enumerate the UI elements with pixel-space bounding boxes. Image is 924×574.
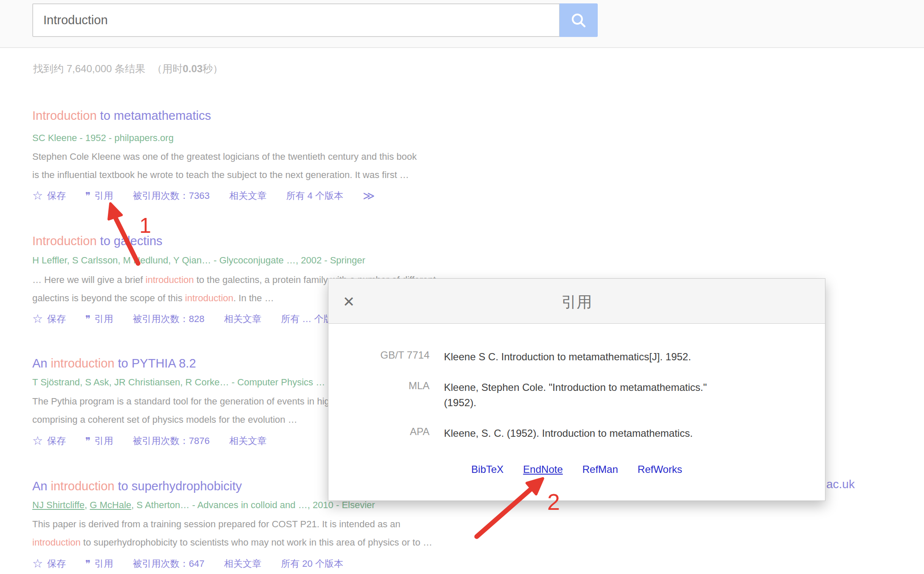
search-input[interactable] (32, 3, 560, 37)
text-segment: Introduction (32, 109, 97, 122)
action-label: 所有 4 个版本 (286, 189, 343, 202)
search-icon (570, 12, 587, 29)
cited-by-link[interactable]: 被引用次数：7876 (133, 435, 210, 447)
author-link[interactable]: NJ Shirtcliffe (32, 500, 85, 510)
all-versions-link[interactable]: 所有 4 个版本 (286, 189, 343, 202)
text-segment: comprising a coherent set of physics mod… (32, 414, 297, 425)
action-label: 所有 20 个版本 (281, 557, 343, 570)
cite-button[interactable]: ❞引用 (85, 313, 113, 325)
action-label: 保存 (47, 435, 66, 447)
text-segment: An (32, 356, 51, 370)
action-label: 被引用次数：7363 (133, 189, 210, 202)
text-segment: Stephen Cole Kleene was one of the great… (32, 151, 417, 162)
text-segment: This paper is derived from a training se… (32, 519, 401, 529)
text-segment: An (32, 479, 51, 493)
result-actions-row: ☆保存❞引用被引用次数：647相关文章所有 20 个版本 (32, 557, 343, 570)
text-segment: H Leffler, S Carlsson, M Hedlund, Y Qian… (32, 255, 365, 266)
action-label: 保存 (47, 557, 66, 570)
snippet-line: Stephen Cole Kleene was one of the great… (32, 151, 417, 162)
citation-text: Kleene, S. C. (1952). Introduction to me… (444, 426, 809, 441)
export-link-refworks[interactable]: RefWorks (638, 464, 682, 475)
cited-by-link[interactable]: 被引用次数：647 (133, 557, 205, 570)
related-articles-link[interactable]: 相关文章 (229, 435, 266, 447)
citation-text: Kleene S C. Introduction to metamathemat… (444, 349, 809, 365)
text-segment: Introduction (32, 234, 97, 248)
cite-button[interactable]: ❞引用 (85, 189, 113, 202)
result-author-line: SC Kleene - 1952 - philpapers.org (32, 133, 174, 144)
snippet-line: This paper is derived from a training se… (32, 519, 401, 530)
related-articles-link[interactable]: 相关文章 (229, 189, 266, 202)
result-title-link[interactable]: An introduction to superhydrophobicity (32, 479, 242, 493)
export-link-endnote[interactable]: EndNote (523, 464, 562, 475)
cite-dialog-title: 引用 (328, 292, 825, 313)
result-actions-row: ☆保存❞引用被引用次数：7876相关文章 (32, 435, 266, 447)
text-segment: SC Kleene - 1952 - philpapers.org (32, 133, 174, 143)
export-link-bibtex[interactable]: BibTeX (471, 464, 503, 475)
action-label: 引用 (95, 189, 113, 202)
result-author-line: H Leffler, S Carlsson, M Hedlund, Y Qian… (32, 255, 365, 266)
action-label: 被引用次数：7876 (133, 435, 210, 447)
action-label: 引用 (95, 557, 113, 570)
text-segment: to metamathematics (97, 109, 211, 122)
text-segment: introduction (146, 274, 194, 285)
search-header (0, 0, 924, 48)
result-title-link[interactable]: An introduction to PYTHIA 8.2 (32, 356, 196, 370)
search-button[interactable] (559, 3, 598, 37)
citation-text-line: (1952). (444, 395, 809, 410)
result-title-link[interactable]: Introduction to metamathematics (32, 109, 211, 123)
result-side-link[interactable]: ac.uk (826, 478, 855, 491)
text-segment: introduction (185, 293, 234, 303)
citation-format-label: MLA (328, 380, 430, 392)
text-segment: , (85, 500, 90, 510)
star-icon: ☆ (32, 558, 43, 570)
quote-icon: ❞ (85, 191, 90, 201)
text-segment: introduction (51, 479, 115, 493)
related-articles-link[interactable]: 相关文章 (224, 557, 261, 570)
star-icon: ☆ (32, 313, 43, 325)
save-button[interactable]: ☆保存 (32, 557, 66, 570)
action-label: 相关文章 (224, 313, 261, 325)
cite-button[interactable]: ❞引用 (85, 435, 113, 447)
cite-button[interactable]: ❞引用 (85, 557, 113, 570)
more-icon: ≫ (363, 190, 375, 202)
text-segment: introduction (51, 356, 115, 370)
snippet-line: introduction to superhydrophobicity to s… (32, 537, 432, 548)
result-title-link[interactable]: Introduction to galectins (32, 234, 162, 248)
text-segment: . In the … (233, 293, 274, 303)
citation-format-label: GB/T 7714 (328, 349, 430, 361)
citation-format-label: APA (328, 426, 430, 438)
text-segment: to galectins (97, 234, 163, 248)
text-segment: , S Atherton… - Advances in colloid and … (131, 500, 375, 510)
action-label: 引用 (95, 435, 113, 447)
all-versions-link[interactable]: 所有 20 个版本 (281, 557, 343, 570)
action-label: 相关文章 (224, 557, 261, 570)
result-author-line: T Sjöstrand, S Ask, JR Christiansen, R C… (32, 377, 325, 388)
action-label: 被引用次数：647 (133, 557, 205, 570)
save-button[interactable]: ☆保存 (32, 189, 66, 202)
star-icon: ☆ (32, 190, 43, 202)
result-author-line: NJ Shirtcliffe, G McHale, S Atherton… - … (32, 500, 375, 511)
author-link[interactable]: G McHale (90, 500, 131, 510)
results-count: 找到约 7,640,000 条结果 (33, 63, 145, 74)
results-stats: 找到约 7,640,000 条结果（用时0.03秒） (33, 62, 223, 76)
result-actions-row: ☆保存❞引用被引用次数：7363相关文章所有 4 个版本≫ (32, 189, 375, 202)
quote-icon: ❞ (85, 436, 90, 446)
related-articles-link[interactable]: 相关文章 (224, 313, 261, 325)
save-button[interactable]: ☆保存 (32, 435, 66, 447)
action-label: 相关文章 (229, 189, 266, 202)
text-segment: T Sjöstrand, S Ask, JR Christiansen, R C… (32, 377, 325, 387)
snippet-line: is the influential textbook he wrote to … (32, 170, 409, 181)
more-links-icon[interactable]: ≫ (363, 190, 375, 202)
star-icon: ☆ (32, 435, 43, 447)
text-segment: introduction (32, 537, 81, 548)
export-links-row: BibTeXEndNoteRefManRefWorks (328, 464, 825, 475)
action-label: 相关文章 (229, 435, 266, 447)
text-segment: galectins is beyond the scope of this (32, 293, 185, 303)
save-button[interactable]: ☆保存 (32, 313, 66, 325)
cited-by-link[interactable]: 被引用次数：7363 (133, 189, 210, 202)
quote-icon: ❞ (85, 314, 90, 324)
citation-text: Kleene, Stephen Cole. "Introduction to m… (444, 380, 809, 410)
text-segment: … Here we will give a brief (32, 274, 146, 285)
export-link-refman[interactable]: RefMan (582, 464, 618, 475)
cited-by-link[interactable]: 被引用次数：828 (133, 313, 205, 325)
